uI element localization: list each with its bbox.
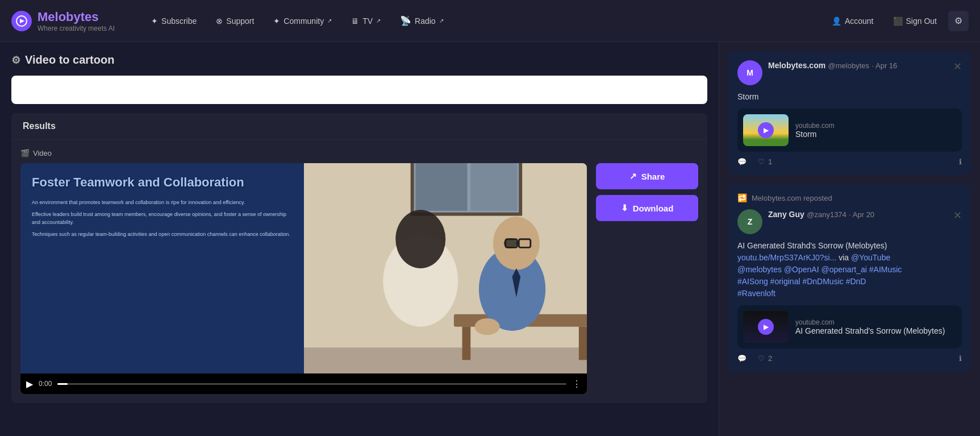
video-para3: Techniques such as regular team-building… bbox=[32, 231, 293, 239]
tweet-site-2: youtube.com bbox=[795, 318, 956, 326]
tweet-content-1: Storm bbox=[737, 91, 962, 103]
reply-icon-1: 💬 bbox=[737, 157, 747, 166]
svg-rect-5 bbox=[470, 163, 517, 211]
nav-tv[interactable]: 🖥 TV ↗ bbox=[343, 12, 389, 30]
play-circle-2: ▶ bbox=[758, 319, 774, 335]
info-button-1[interactable]: ℹ bbox=[959, 157, 962, 166]
avatar-zanyguy: Z bbox=[737, 209, 762, 234]
reply-button-2[interactable]: 💬 bbox=[737, 354, 747, 363]
right-panel: M Melobytes.com @melobytes · Apr 16 ✕ St… bbox=[719, 42, 980, 436]
nav-signout[interactable]: ⬛ Sign Out bbox=[885, 12, 945, 30]
download-icon: ⬇ bbox=[621, 203, 628, 213]
logo-tagline: Where creativity meets AI bbox=[37, 24, 115, 32]
tweet-media-title-1: Storm bbox=[795, 130, 956, 139]
info-icon-1: ℹ bbox=[959, 157, 962, 166]
tweet-thumbnail-1: ▶ bbox=[743, 114, 789, 146]
close-tweet-2-icon[interactable]: ✕ bbox=[953, 209, 962, 222]
tweet-handle-2: @zany1374 bbox=[807, 210, 846, 219]
tweet-tags-2: @melobytes @OpenAI @openart_ai #AIMusic#… bbox=[737, 265, 902, 298]
svg-point-20 bbox=[474, 318, 499, 335]
tweet-handle-1: @melobytes bbox=[828, 61, 869, 70]
external-icon-radio: ↗ bbox=[439, 18, 444, 24]
video-scene-panel bbox=[304, 163, 587, 373]
radio-icon: 📡 bbox=[400, 15, 411, 26]
svg-point-18 bbox=[503, 238, 516, 248]
tweet-username-1: Melobytes.com bbox=[768, 61, 825, 70]
tweet-card-1: M Melobytes.com @melobytes · Apr 16 ✕ St… bbox=[728, 51, 971, 175]
info-icon-2: ℹ bbox=[959, 354, 962, 363]
svg-rect-4 bbox=[415, 163, 467, 211]
nav-right: 👤 Account ⬛ Sign Out ⚙ bbox=[824, 11, 969, 31]
progress-bar[interactable] bbox=[57, 383, 566, 385]
tweet-site-1: youtube.com bbox=[795, 122, 956, 130]
tweet-meta-1: Melobytes.com @melobytes · Apr 16 bbox=[768, 60, 948, 70]
time-display: 0:00 bbox=[39, 380, 52, 388]
tweet-username-2: Zany Guy bbox=[768, 210, 804, 219]
repost-icon: 🔁 bbox=[737, 193, 747, 202]
avatar-melobytes: M bbox=[737, 60, 762, 85]
svg-point-12 bbox=[395, 210, 445, 268]
reply-button-1[interactable]: 💬 bbox=[737, 157, 747, 166]
tweet-media-info-1: youtube.com Storm bbox=[795, 122, 956, 139]
nav-account[interactable]: 👤 Account bbox=[824, 12, 882, 30]
nav-main: ✦ Subscribe ⊗ Support ✦ Community ↗ 🖥 TV… bbox=[143, 11, 807, 31]
breadcrumb: ⚙ Video to cartoon bbox=[11, 53, 707, 67]
tweet-media-title-2: AI Generated Strahd's Sorrow (Melobytes) bbox=[795, 326, 956, 335]
heart-icon-1: ♡ bbox=[758, 157, 765, 166]
tweet-actions-1: 💬 ♡ 1 ℹ bbox=[737, 157, 962, 166]
info-button-2[interactable]: ℹ bbox=[959, 354, 962, 363]
page-title: Video to cartoon bbox=[25, 53, 114, 67]
via-link-2[interactable]: @YouTube bbox=[851, 253, 890, 262]
heart-icon-2: ♡ bbox=[758, 354, 765, 363]
video-container: Foster Teamwork and Collaboration An env… bbox=[20, 163, 698, 394]
nav-support[interactable]: ⊗ Support bbox=[208, 12, 262, 30]
subscribe-icon: ✦ bbox=[151, 16, 158, 26]
video-icon: 🎬 bbox=[20, 149, 30, 157]
account-icon: 👤 bbox=[832, 16, 841, 26]
settings-icon: ⚙ bbox=[954, 15, 962, 26]
svg-rect-7 bbox=[304, 347, 587, 373]
more-options-icon[interactable]: ⋮ bbox=[572, 379, 581, 389]
header: Melobytes Where creativity meets AI ✦ Su… bbox=[0, 0, 980, 42]
like-button-1[interactable]: ♡ 1 bbox=[758, 157, 772, 166]
upload-bar[interactable] bbox=[11, 76, 707, 104]
signout-icon: ⬛ bbox=[893, 16, 903, 26]
video-para1: An environment that promotes teamwork an… bbox=[32, 199, 293, 207]
nav-radio[interactable]: 📡 Radio ↗ bbox=[392, 11, 452, 31]
tweet-header-1: M Melobytes.com @melobytes · Apr 16 ✕ bbox=[737, 60, 962, 85]
tweet-content-2: AI Generated Strahd's Sorrow (Melobytes)… bbox=[737, 240, 962, 300]
tweet-media-info-2: youtube.com AI Generated Strahd's Sorrow… bbox=[795, 318, 956, 335]
left-panel: ⚙ Video to cartoon Results 🎬 Video bbox=[0, 42, 719, 436]
svg-marker-1 bbox=[20, 19, 24, 23]
share-button[interactable]: ↗ Share bbox=[596, 163, 698, 189]
external-icon: ↗ bbox=[327, 18, 332, 24]
play-circle-1: ▶ bbox=[758, 122, 774, 138]
results-header: Results bbox=[11, 113, 707, 140]
tv-icon: 🖥 bbox=[351, 16, 359, 26]
logo-text: Melobytes bbox=[37, 10, 99, 24]
tweet-date-2: · Apr 20 bbox=[849, 210, 874, 219]
nav-subscribe[interactable]: ✦ Subscribe bbox=[143, 12, 205, 30]
tweet-link-2[interactable]: youtu.be/MrpS37ArKJ0?si... bbox=[737, 253, 836, 262]
logo-icon bbox=[11, 11, 32, 31]
download-button[interactable]: ⬇ Download bbox=[596, 195, 698, 221]
play-button[interactable]: ▶ bbox=[26, 379, 33, 389]
nav-community[interactable]: ✦ Community ↗ bbox=[265, 12, 340, 30]
repost-header: 🔁 Melobytes.com reposted bbox=[737, 193, 962, 202]
tweet-media-2[interactable]: ▶ youtube.com AI Generated Strahd's Sorr… bbox=[737, 305, 962, 348]
video-player[interactable]: Foster Teamwork and Collaboration An env… bbox=[20, 163, 587, 394]
share-icon: ↗ bbox=[629, 171, 637, 181]
tweet-meta-2: Zany Guy @zany1374 · Apr 20 bbox=[768, 209, 948, 219]
logo-area[interactable]: Melobytes Where creativity meets AI bbox=[11, 10, 115, 32]
reply-icon-2: 💬 bbox=[737, 354, 747, 363]
results-section: Results 🎬 Video Foster Teamwork and Coll… bbox=[11, 113, 707, 403]
video-controls[interactable]: ▶ 0:00 ⋮ bbox=[20, 373, 587, 394]
main-content: ⚙ Video to cartoon Results 🎬 Video bbox=[0, 42, 980, 436]
close-tweet-1-icon[interactable]: ✕ bbox=[953, 60, 962, 73]
settings-button[interactable]: ⚙ bbox=[948, 11, 969, 31]
video-text-panel: Foster Teamwork and Collaboration An env… bbox=[20, 163, 304, 373]
repost-label: Melobytes.com reposted bbox=[752, 194, 832, 202]
like-button-2[interactable]: ♡ 2 bbox=[758, 354, 772, 363]
tweet-media-1[interactable]: ▶ youtube.com Storm bbox=[737, 109, 962, 152]
support-icon: ⊗ bbox=[216, 16, 223, 26]
